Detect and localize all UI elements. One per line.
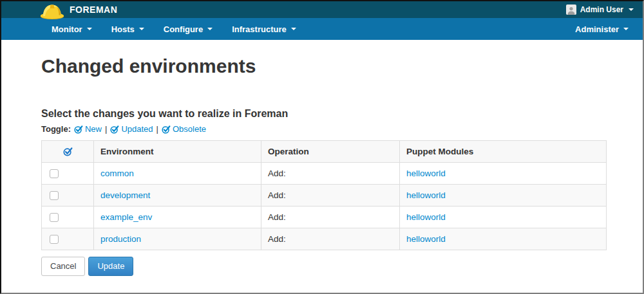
table-row: production Add: helloworld — [42, 228, 607, 250]
row-checkbox[interactable] — [50, 191, 59, 200]
column-header-environment: Environment — [94, 141, 261, 163]
nav-item-label: Hosts — [111, 24, 135, 34]
row-checkbox[interactable] — [50, 169, 59, 178]
column-header-operation: Operation — [261, 141, 400, 163]
select-all-header[interactable] — [42, 141, 94, 163]
operation-cell: Add: — [261, 228, 400, 250]
operation-cell: Add: — [261, 163, 400, 185]
toggle-link-obsolete[interactable]: Obsolete — [162, 124, 206, 134]
table-row: development Add: helloworld — [42, 185, 607, 207]
update-button[interactable]: Update — [88, 257, 133, 276]
chevron-down-icon — [207, 28, 213, 30]
main-content: Changed environments Select the changes … — [41, 55, 607, 276]
user-menu-label: Admin User — [580, 5, 623, 14]
page-title: Changed environments — [41, 55, 607, 77]
chevron-down-icon — [623, 28, 629, 30]
nav-item-label: Infrastructure — [232, 24, 287, 34]
toggle-link-new[interactable]: New — [74, 124, 102, 134]
toggle-link-label: New — [85, 124, 102, 134]
masthead: FOREMAN Admin User — [1, 1, 643, 18]
check-circle-icon — [63, 147, 73, 156]
toggle-link-label: Updated — [121, 124, 153, 134]
user-avatar-icon — [566, 5, 576, 15]
check-circle-icon — [162, 125, 171, 134]
section-heading: Select the changes you want to realize i… — [41, 108, 607, 120]
puppet-module-link[interactable]: helloworld — [406, 212, 446, 222]
row-checkbox[interactable] — [50, 235, 59, 244]
environment-link[interactable]: example_env — [100, 212, 152, 222]
operation-cell: Add: — [261, 207, 400, 228]
hard-hat-icon — [40, 3, 64, 20]
nav-item-administer[interactable]: Administer — [575, 24, 629, 34]
nav-item-configure[interactable]: Configure — [164, 24, 213, 34]
chevron-down-icon — [291, 28, 296, 30]
operation-cell: Add: — [261, 185, 400, 207]
puppet-module-link[interactable]: helloworld — [406, 234, 446, 244]
check-circle-icon — [74, 125, 83, 134]
puppet-module-link[interactable]: helloworld — [406, 190, 446, 200]
row-checkbox[interactable] — [50, 213, 59, 222]
separator: | — [105, 124, 107, 134]
environment-link[interactable]: development — [100, 190, 150, 200]
puppet-module-link[interactable]: helloworld — [406, 169, 446, 178]
nav-item-label: Administer — [575, 24, 619, 34]
brand-title[interactable]: FOREMAN — [70, 5, 117, 15]
main-navbar: Monitor Hosts Configure Infrastructure A… — [1, 18, 643, 40]
cancel-button[interactable]: Cancel — [41, 257, 85, 276]
nav-item-label: Configure — [164, 24, 203, 34]
environment-link[interactable]: production — [100, 234, 141, 244]
changed-environments-table: Environment Operation Puppet Modules com… — [41, 140, 607, 250]
nav-item-monitor[interactable]: Monitor — [52, 24, 92, 34]
table-header-row: Environment Operation Puppet Modules — [42, 141, 607, 163]
toggle-link-updated[interactable]: Updated — [110, 124, 153, 134]
form-actions: Cancel Update — [41, 257, 607, 276]
table-row: example_env Add: helloworld — [42, 207, 607, 228]
toggle-row: Toggle: New | Updated | Obsolete — [41, 124, 607, 134]
chevron-down-icon — [139, 28, 144, 30]
user-menu[interactable]: Admin User — [566, 5, 634, 15]
foreman-app-window: { "brand": { "title": "FOREMAN", "logo_i… — [0, 0, 644, 294]
toggle-link-label: Obsolete — [173, 124, 206, 134]
toggle-label: Toggle: — [41, 124, 71, 134]
table-row: common Add: helloworld — [42, 163, 607, 185]
separator: | — [156, 124, 158, 134]
column-header-puppet-modules: Puppet Modules — [400, 141, 607, 163]
chevron-down-icon — [629, 8, 634, 11]
nav-item-infrastructure[interactable]: Infrastructure — [232, 24, 296, 34]
nav-item-hosts[interactable]: Hosts — [111, 24, 144, 34]
environment-link[interactable]: common — [100, 169, 134, 178]
nav-item-label: Monitor — [52, 24, 82, 34]
check-circle-icon — [110, 125, 119, 134]
chevron-down-icon — [87, 28, 92, 30]
